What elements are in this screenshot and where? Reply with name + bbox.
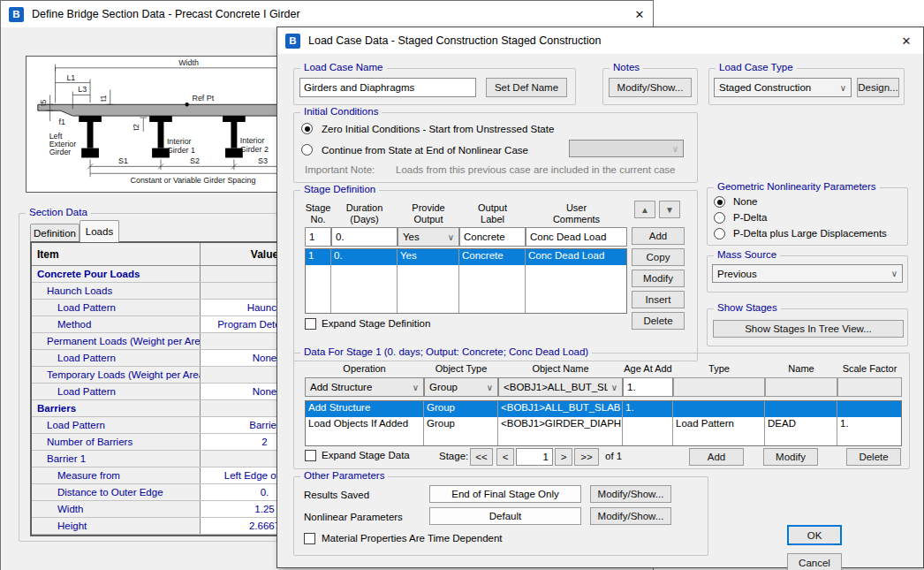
- load-case-type-group-label: Load Case Type: [716, 62, 797, 72]
- chevron-down-icon: ∨: [891, 269, 897, 278]
- bg-title-bar: B Define Bridge Section Data - Precast C…: [1, 1, 653, 27]
- girder-int2-label-2: Girder 2: [240, 145, 269, 154]
- stage-data-add-button[interactable]: Add: [689, 448, 744, 466]
- operation-select[interactable]: Add Structure ∨: [305, 377, 424, 397]
- age-at-add-input[interactable]: [623, 377, 673, 397]
- fg-close-icon[interactable]: ✕: [893, 31, 920, 50]
- nonlinear-parameters-value: Default: [429, 507, 581, 525]
- mass-source-group-label: Mass Source: [714, 249, 780, 260]
- stage-modify-button[interactable]: Modify: [632, 270, 685, 287]
- stage-definition-grid: 1 0. Yes Concrete Conc Dead Load: [305, 248, 627, 314]
- other-parameters-group-label: Other Parameters: [300, 470, 388, 481]
- results-saved-modify-show-button[interactable]: Modify/Show...: [590, 485, 671, 503]
- expand-stage-definition-label: Expand Stage Definition: [322, 318, 430, 329]
- object-type-value: Group: [429, 382, 458, 392]
- output-label-edit-input[interactable]: [459, 227, 526, 247]
- dim-f1-label: f1: [59, 118, 65, 126]
- stage-add-button[interactable]: Add: [632, 227, 685, 245]
- stage-data-grid-empty: [306, 433, 901, 445]
- bridge-section-diagram: Width L1 L3 t5 t1 t2 f1 Ref Pt Left Exte…: [26, 56, 295, 193]
- stage-copy-button[interactable]: Copy: [632, 248, 685, 266]
- object-name-select[interactable]: <BOBJ1>ALL_BUT_SLAB ∨: [498, 377, 623, 397]
- desktop: { "colors": { "selection_blue": "#0a7fd9…: [0, 0, 924, 570]
- girder-spacing-note: Constant or Variable Girder Spacing: [131, 176, 256, 185]
- stage-number-input[interactable]: [516, 448, 553, 466]
- radio-none-label: None: [733, 196, 758, 207]
- stage-row-selected[interactable]: 1 0. Yes Concrete Conc Dead Load: [306, 249, 626, 265]
- stage-first-button[interactable]: <<: [470, 448, 493, 466]
- dim-s1-label: S1: [118, 156, 128, 165]
- set-def-name-button[interactable]: Set Def Name: [486, 78, 567, 97]
- move-stage-down-button[interactable]: ▼: [659, 201, 680, 218]
- stage-next-button[interactable]: >: [555, 448, 572, 466]
- stage-data-delete-button[interactable]: Delete: [846, 448, 901, 466]
- radio-p-delta-large-displacements[interactable]: [714, 228, 725, 239]
- radio-continue-nonlinear-case[interactable]: [301, 144, 313, 156]
- load-case-type-select[interactable]: Staged Construction ∨: [714, 78, 852, 97]
- name-edit-cell-disabled: [765, 377, 837, 397]
- stage-data-row-selected[interactable]: Add Structure Group <BOBJ1>ALL_BUT_SLAB …: [306, 401, 901, 417]
- down-arrow-icon: ▼: [665, 205, 674, 215]
- chevron-down-icon: ∨: [413, 383, 419, 392]
- mass-source-select[interactable]: Previous ∨: [712, 264, 903, 283]
- stage-insert-button[interactable]: Insert: [632, 291, 685, 308]
- scale-factor-edit-cell-disabled: [837, 377, 902, 397]
- stage-definition-group-label: Stage Definition: [300, 184, 379, 194]
- col-item-header: Item: [32, 243, 201, 265]
- notes-modify-show-button[interactable]: Modify/Show...: [609, 78, 692, 97]
- dim-s2-label: S2: [190, 156, 200, 165]
- nonlinear-parameters-label: Nonlinear Parameters: [304, 512, 403, 522]
- stage-definition-headers: StageNo. Duration(Days) ProvideOutput Ou…: [305, 200, 627, 225]
- provide-output-select[interactable]: Yes ∨: [398, 227, 459, 247]
- duration-edit-input[interactable]: [331, 227, 398, 247]
- bg-close-icon[interactable]: ✕: [626, 4, 653, 24]
- expand-stage-definition-checkbox[interactable]: [305, 318, 316, 330]
- load-case-name-input[interactable]: [299, 78, 476, 97]
- cancel-button[interactable]: Cancel: [787, 553, 842, 570]
- material-time-dependent-checkbox[interactable]: [304, 533, 315, 544]
- girder-int1-label-1: Interior: [167, 137, 192, 146]
- stage-delete-button[interactable]: Delete: [632, 312, 685, 330]
- stage-count-label: of 1: [605, 451, 622, 461]
- app-icon: B: [9, 7, 24, 22]
- object-type-select[interactable]: Group ∨: [424, 377, 498, 397]
- dim-l3-label: L3: [78, 85, 87, 94]
- stage-prev-button[interactable]: <: [496, 448, 514, 466]
- radio-p-delta[interactable]: [714, 212, 725, 224]
- tab-loads-label: Loads: [86, 226, 113, 237]
- tab-definition-label: Definition: [34, 228, 76, 239]
- ok-button[interactable]: OK: [787, 525, 842, 545]
- stage-nav-label: Stage:: [439, 451, 468, 461]
- stage-grid-empty: [306, 265, 626, 313]
- important-note-text: Loads from this previous case are includ…: [396, 164, 675, 175]
- dim-l1-label: L1: [66, 73, 75, 82]
- initial-conditions-group-label: Initial Conditions: [300, 106, 382, 117]
- chevron-down-icon: ∨: [840, 83, 846, 93]
- tab-loads[interactable]: Loads: [80, 220, 119, 242]
- fg-dialog-title: Load Case Data - Staged Construction Sta…: [308, 34, 601, 47]
- fg-dialog-body: Load Case Name Set Def Name Notes Modify…: [277, 54, 923, 567]
- user-comments-edit-input[interactable]: [526, 227, 627, 247]
- expand-stage-data-checkbox[interactable]: [305, 450, 316, 461]
- load-case-type-value: Staged Construction: [719, 82, 811, 93]
- nonlinear-modify-show-button[interactable]: Modify/Show...: [590, 507, 671, 525]
- radio-zero-initial-conditions[interactable]: [301, 123, 313, 134]
- stage-last-button[interactable]: >>: [574, 448, 599, 466]
- radio-none[interactable]: [714, 196, 725, 208]
- design-button[interactable]: Design...: [857, 78, 899, 97]
- move-stage-up-button[interactable]: ▲: [634, 201, 655, 218]
- show-stages-group-label: Show Stages: [714, 302, 781, 313]
- object-name-value: <BOBJ1>ALL_BUT_SLAB: [504, 382, 608, 392]
- tab-definition[interactable]: Definition: [30, 224, 80, 242]
- stage-data-modify-button[interactable]: Modify: [763, 448, 818, 466]
- stage-data-row[interactable]: Load Objects If Added Group <BOBJ1>GIRDE…: [306, 417, 901, 433]
- radio-continue-nonlinear-case-label: Continue from State at End of Nonlinear …: [322, 145, 528, 156]
- deck-slab-shape: [38, 104, 293, 116]
- operation-value: Add Structure: [310, 382, 372, 392]
- ref-pt-label: Ref Pt: [193, 94, 215, 103]
- show-stages-tree-view-button[interactable]: Show Stages In Tree View...: [713, 320, 904, 338]
- chevron-down-icon: ∨: [611, 383, 617, 392]
- results-saved-label: Results Saved: [304, 490, 369, 500]
- stage-data-grid: Add Structure Group <BOBJ1>ALL_BUT_SLAB …: [305, 400, 902, 446]
- dim-t2-label: t2: [132, 124, 140, 130]
